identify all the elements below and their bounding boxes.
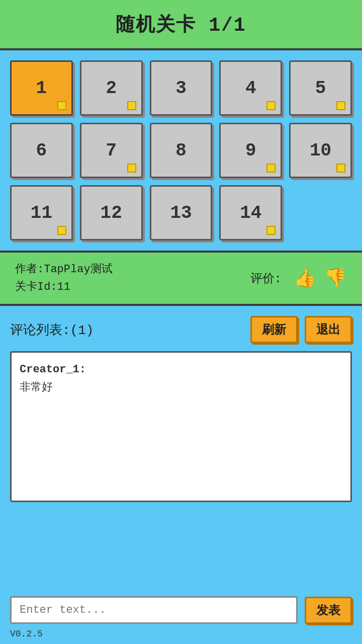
level-dot-9 [266, 164, 276, 173]
level-num-14: 14 [240, 203, 261, 223]
level-cell-4[interactable]: 4 [219, 60, 282, 116]
level-dot-5 [336, 101, 345, 110]
comment-text: 非常好 [20, 379, 342, 396]
level-grid: 1234567891011121314 [10, 60, 352, 240]
level-num-12: 12 [101, 203, 122, 223]
level-cell-8[interactable]: 8 [150, 123, 213, 178]
author-label: 作者:TapPlay测试 [15, 261, 113, 278]
level-id-label: 关卡Id:11 [15, 278, 113, 296]
comment-author: Creator_1: [20, 361, 342, 378]
level-cell-2[interactable]: 2 [80, 60, 143, 116]
level-num-6: 6 [36, 140, 47, 161]
level-cell-11[interactable]: 11 [10, 185, 73, 240]
rating-label: 评价: [250, 270, 282, 286]
level-dot-7 [127, 164, 136, 173]
version-text: V0.2.5 [10, 629, 43, 639]
level-num-8: 8 [175, 140, 187, 161]
level-dot-11 [57, 226, 66, 235]
comments-box: Creator_1:非常好 [10, 351, 352, 502]
level-num-2: 2 [106, 78, 117, 99]
level-num-10: 10 [310, 140, 331, 161]
info-bar: 作者:TapPlay测试 关卡Id:11 评价: 👍 👎 [0, 253, 362, 306]
post-button[interactable]: 发表 [305, 597, 352, 624]
level-dot-10 [336, 164, 345, 173]
comments-header: 评论列表:(1) 刷新 退出 [10, 316, 352, 343]
level-cell-1[interactable]: 1 [10, 60, 73, 116]
thumb-down-icon[interactable]: 👎 [324, 267, 347, 289]
level-cell-7[interactable]: 7 [80, 123, 143, 178]
header: 随机关卡 1/1 [0, 0, 362, 50]
level-cell-5[interactable]: 5 [289, 60, 352, 116]
level-num-13: 13 [170, 203, 192, 223]
level-cell-12[interactable]: 12 [80, 185, 143, 240]
level-num-1: 1 [36, 78, 47, 99]
level-num-3: 3 [175, 78, 187, 99]
level-cell-3[interactable]: 3 [150, 60, 213, 116]
page-title: 随机关卡 1/1 [116, 12, 246, 37]
thumb-up-icon[interactable]: 👍 [294, 267, 316, 289]
level-cell-13[interactable]: 13 [150, 185, 213, 240]
text-input[interactable] [10, 596, 298, 624]
comments-section: 评论列表:(1) 刷新 退出 Creator_1:非常好 [0, 306, 362, 507]
level-dot-1 [57, 101, 66, 110]
info-right: 评价: 👍 👎 [250, 267, 347, 289]
level-dot-14 [266, 226, 276, 235]
level-cell-9[interactable]: 9 [219, 123, 282, 178]
comment-entry: Creator_1:非常好 [20, 361, 342, 396]
level-cell-14[interactable]: 14 [219, 185, 282, 240]
level-cell-10[interactable]: 10 [289, 123, 352, 178]
level-grid-section: 1234567891011121314 [0, 50, 362, 253]
exit-button[interactable]: 退出 [305, 316, 352, 343]
level-num-5: 5 [315, 78, 326, 99]
level-num-4: 4 [245, 78, 256, 99]
refresh-button[interactable]: 刷新 [250, 316, 298, 343]
level-cell-6[interactable]: 6 [10, 123, 73, 178]
level-num-7: 7 [106, 140, 117, 161]
level-num-9: 9 [245, 140, 256, 161]
level-dot-4 [266, 101, 276, 110]
level-dot-2 [127, 101, 136, 110]
level-num-11: 11 [31, 203, 52, 223]
bottom-bar: 发表 V0.2.5 [0, 589, 362, 644]
comments-title: 评论列表:(1) [10, 321, 94, 339]
info-left: 作者:TapPlay测试 关卡Id:11 [15, 261, 113, 296]
